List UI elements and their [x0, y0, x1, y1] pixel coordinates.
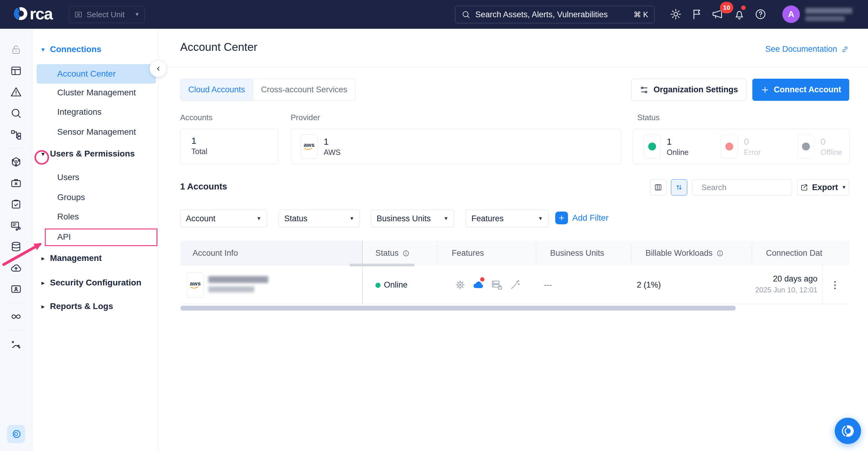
- rail-vendor-risk-button[interactable]: [10, 177, 22, 189]
- settings-gear-icon: [10, 428, 22, 440]
- rail-alerts-button[interactable]: [10, 86, 22, 98]
- cloud-feature-alert-dot: [480, 277, 485, 282]
- help-icon: [754, 8, 767, 20]
- sidenav-item-groups[interactable]: Groups: [37, 188, 156, 207]
- accounts-total-value: 1: [191, 136, 207, 146]
- user-avatar[interactable]: A: [782, 5, 800, 23]
- rail-query-button[interactable]: [10, 220, 22, 231]
- rail-identity-button[interactable]: [10, 283, 22, 295]
- select-unit-dropdown[interactable]: Select Unit ▼: [69, 6, 145, 23]
- rail-attack-path-button[interactable]: [10, 338, 22, 350]
- sidenav-item-roles[interactable]: Roles: [37, 207, 156, 226]
- row-billable-workloads: 2 (1%): [625, 280, 673, 290]
- orca-logo-text: rca: [30, 6, 52, 22]
- col-label: Account Info: [192, 249, 238, 258]
- row-kebab-menu[interactable]: [829, 279, 841, 291]
- sidenav-item-api[interactable]: API: [37, 227, 156, 247]
- sidenav-section-connections[interactable]: ▾ Connections: [40, 44, 101, 54]
- col-label: Status: [375, 249, 399, 258]
- section-label: Management: [50, 253, 102, 263]
- tab-cloud-accounts[interactable]: Cloud Accounts: [181, 79, 253, 100]
- server-lock-icon[interactable]: [491, 279, 503, 291]
- export-button[interactable]: Export ▼: [797, 179, 849, 196]
- horizontal-scrollbar[interactable]: [181, 306, 736, 311]
- header-separator: [752, 244, 752, 262]
- offline-label: Offline: [820, 148, 842, 157]
- account-table-row[interactable]: aws Online: [181, 266, 849, 304]
- wand-icon[interactable]: [509, 279, 521, 291]
- kubernetes-helm-icon[interactable]: [454, 279, 466, 291]
- filter-label: Business Units: [377, 214, 431, 223]
- error-dot: [725, 142, 733, 151]
- status-error-item: 0 Error: [721, 135, 761, 158]
- compliance-icon: [10, 198, 22, 211]
- global-search[interactable]: ⌘ K: [455, 6, 655, 23]
- section-label: Security Configuration: [50, 278, 142, 288]
- tab-cross-account-services[interactable]: Cross-account Services: [253, 79, 355, 100]
- sidenav-item-integrations[interactable]: Integrations: [37, 102, 156, 122]
- whats-new-button[interactable]: [691, 8, 703, 20]
- offline-dot: [802, 142, 810, 151]
- dashboard-icon: [10, 65, 22, 77]
- data-security-icon: [10, 240, 22, 253]
- lock-icon: [10, 43, 22, 56]
- sidenav-item-users[interactable]: Users: [37, 168, 156, 187]
- see-documentation-link[interactable]: See Documentation: [765, 44, 849, 54]
- filter-account[interactable]: Account ▼: [180, 210, 267, 227]
- rail-lock-button[interactable]: [10, 43, 22, 56]
- add-filter-button[interactable]: Add Filter: [555, 212, 609, 224]
- help-button[interactable]: [754, 8, 767, 20]
- organization-settings-button[interactable]: Organization Settings: [631, 79, 746, 101]
- sonar-infinity-icon: [10, 311, 22, 323]
- connect-account-button[interactable]: Connect Account: [752, 79, 849, 101]
- row-business-units: ---: [544, 280, 552, 290]
- sidenav-item-account-center[interactable]: Account Center: [37, 64, 156, 84]
- filter-label: Features: [471, 214, 504, 223]
- notifications-button[interactable]: [733, 8, 745, 20]
- sidenav-section-security-configuration[interactable]: ▸ Security Configuration: [40, 278, 142, 288]
- col-label: Features: [452, 249, 484, 258]
- kebab-icon: [829, 279, 841, 291]
- item-label: API: [57, 232, 71, 242]
- col-connection-date[interactable]: Connection Dat: [766, 249, 822, 258]
- rail-discovery-button[interactable]: [10, 107, 22, 119]
- rail-settings-button[interactable]: [7, 425, 25, 443]
- filter-features[interactable]: Features ▼: [466, 210, 549, 227]
- filter-business-units[interactable]: Business Units ▼: [371, 210, 454, 227]
- connect-account-label: Connect Account: [774, 85, 841, 94]
- rail-sonar-button[interactable]: [10, 311, 22, 323]
- sidenav-section-reports-logs[interactable]: ▸ Reports & Logs: [40, 301, 113, 311]
- filter-status[interactable]: Status ▼: [279, 210, 360, 227]
- columns-button[interactable]: [650, 179, 666, 196]
- rail-integration-hub-button[interactable]: [10, 156, 22, 168]
- global-search-input[interactable]: [475, 10, 629, 20]
- sidenav-section-management[interactable]: ▸ Management: [40, 253, 102, 263]
- rail-data-security-button[interactable]: [10, 240, 22, 253]
- col-business-units[interactable]: Business Units: [550, 249, 604, 258]
- row-connection-date: 20 days ago 2025 Jun 10, 12:01: [725, 274, 817, 294]
- chevron-left-icon: [155, 65, 162, 72]
- rail-cloud-upload-button[interactable]: [10, 262, 22, 274]
- sort-button[interactable]: [671, 179, 687, 196]
- rail-inventory-button[interactable]: [10, 128, 22, 140]
- theme-toggle-button[interactable]: [670, 8, 682, 20]
- col-features[interactable]: Features: [452, 249, 484, 258]
- table-search[interactable]: [692, 179, 792, 196]
- orca-logo[interactable]: rca: [13, 5, 52, 22]
- status-stat-label: Status: [637, 113, 660, 122]
- sidenav-item-sensor-management[interactable]: Sensor Management: [37, 122, 156, 142]
- assistant-fab-button[interactable]: [835, 418, 861, 444]
- caret-down-icon: ▼: [842, 185, 846, 190]
- section-label: Reports & Logs: [50, 301, 113, 311]
- col-billable-workloads[interactable]: Billable Workloads: [646, 249, 723, 258]
- sidenav-collapse-button[interactable]: [150, 60, 167, 77]
- col-status[interactable]: Status: [375, 249, 410, 258]
- sidenav-section-users-permissions[interactable]: ▾ Users & Permissions: [40, 149, 135, 159]
- col-label: Connection Dat: [766, 249, 822, 258]
- sidenav-item-cluster-management[interactable]: Cluster Management: [37, 83, 156, 102]
- col-account-info[interactable]: Account Info: [192, 249, 238, 258]
- rail-dashboard-button[interactable]: [10, 65, 22, 77]
- table-search-input[interactable]: [701, 183, 804, 193]
- aws-provider-logo: aws: [301, 134, 318, 159]
- rail-compliance-button[interactable]: [10, 198, 22, 211]
